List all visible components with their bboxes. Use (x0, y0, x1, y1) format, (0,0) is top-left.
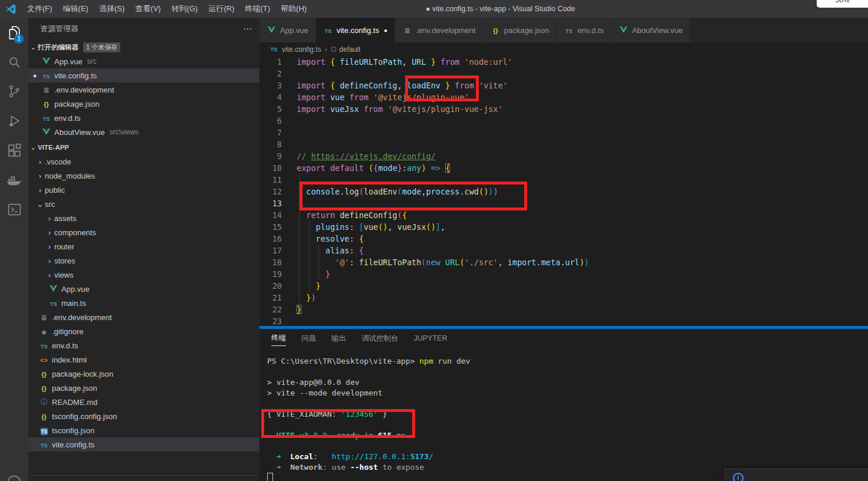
open-editor-item[interactable]: TSenv.d.ts (28, 111, 259, 125)
account-icon[interactable] (6, 475, 22, 481)
menu-item-E[interactable]: 编辑(E) (58, 4, 94, 13)
tree-folder-public[interactable]: ›public (28, 183, 259, 197)
terminal-token: > vite-app@0.0.0 dev (267, 378, 360, 387)
tab-App.vue[interactable]: App.vue (259, 18, 316, 42)
line-number: 4 (259, 91, 282, 103)
tab-env.d.ts[interactable]: TSenv.d.ts (557, 18, 611, 42)
code-token: { (330, 81, 335, 90)
menu-item-V[interactable]: 查看(V) (130, 4, 166, 13)
line-number: 17 (259, 245, 282, 256)
tab-package.json[interactable]: {}package.json (484, 18, 557, 42)
extensions-icon[interactable] (0, 136, 28, 165)
terminal-token: : (313, 452, 331, 461)
menu-item-H[interactable]: 帮助(H) (275, 4, 312, 13)
menu-item-S[interactable]: 选择(S) (94, 4, 130, 13)
line-number: 18 (259, 256, 282, 268)
env-file-icon: ≣ (402, 26, 412, 35)
menu-item-R[interactable]: 运行(R) (203, 4, 239, 13)
terminal-line (267, 367, 868, 377)
tree-folder-assets[interactable]: ›assets (28, 211, 259, 225)
tree-file-tsconfig.json[interactable]: TStsconfig.json (28, 423, 259, 437)
tree-file-.gitignore[interactable]: ◆.gitignore (28, 324, 259, 338)
tree-file-.env.development[interactable]: ≣.env.development (28, 310, 259, 324)
line-number: 7 (259, 127, 282, 139)
code-token: { (330, 57, 335, 67)
tree-folder-stores[interactable]: ›stores (28, 253, 259, 268)
tree-file-tsconfig.config.json[interactable]: {}tsconfig.config.json (28, 409, 259, 423)
code-line-content (282, 197, 297, 209)
line-number: 2 (259, 68, 282, 80)
tree-folder-src[interactable]: ⌄src (28, 197, 259, 211)
open-editor-item[interactable]: AboutView.vuesrc\views (28, 125, 259, 139)
tree-folder-node_modules[interactable]: ›node_modules (28, 169, 259, 183)
open-editor-item[interactable]: {}package.json (28, 97, 259, 111)
tree-folder-.vscode[interactable]: ›.vscode (28, 154, 259, 169)
panel-tab-JUPYTER[interactable]: JUPYTER (414, 334, 448, 345)
line-number: 11 (259, 174, 282, 186)
tree-file-README.md[interactable]: ⓘREADME.md (28, 395, 259, 409)
outline-section[interactable]: › 大纲 (28, 475, 259, 481)
project-root-header[interactable]: ⌄ VITE-APP (28, 140, 259, 154)
panel-tab-输出[interactable]: 输出 (331, 334, 346, 346)
code-token: } (326, 269, 330, 279)
code-line: 22} (259, 304, 868, 315)
code-token: import (297, 104, 326, 114)
code-token (436, 57, 440, 67)
tree-folder-views[interactable]: ›views (28, 268, 259, 282)
tree-file-index.html[interactable]: <>index.html (28, 352, 259, 367)
panel-tab-调试控制台[interactable]: 调试控制台 (361, 334, 399, 346)
editor-area: App.vueTSvite.config.ts●≣.env.developmen… (259, 18, 868, 481)
tree-file-main.ts[interactable]: TSmain.ts (28, 296, 259, 310)
source-control-icon[interactable] (0, 77, 28, 106)
tree-file-vite.config.ts[interactable]: TSvite.config.ts (28, 437, 259, 452)
code-token: ) (584, 258, 589, 267)
tree-file-env.d.ts[interactable]: TSenv.d.ts (28, 338, 259, 352)
tree-file-package.json[interactable]: {}package.json (28, 381, 259, 395)
menu-item-G[interactable]: 转到(G) (166, 4, 203, 13)
open-editor-item[interactable]: App.vuesrc (28, 54, 259, 68)
panel-tab-问题[interactable]: 问题 (301, 334, 316, 346)
tree-folder-components[interactable]: ›components (28, 225, 259, 239)
tab-AboutView.vue[interactable]: AboutView.vue (611, 18, 691, 42)
line-number: 15 (259, 221, 282, 233)
panel-tab-终端[interactable]: 终端 (271, 333, 286, 346)
tab-label: package.json (504, 26, 550, 35)
explorer-badge: 1 (14, 34, 24, 44)
menu-item-T[interactable]: 终端(T) (239, 4, 275, 13)
open-editor-item[interactable]: ≣.env.development (28, 83, 259, 97)
code-token: URL (407, 57, 431, 67)
tab-vite.config.ts[interactable]: TSvite.config.ts● (316, 18, 395, 42)
code-line-content: export default ({mode}:any) => { (282, 162, 450, 174)
tree-file-package-lock.json[interactable]: {}package-lock.json (28, 367, 259, 381)
tab-.env.development[interactable]: ≣.env.development (395, 18, 484, 42)
tree-file-App.vue[interactable]: App.vue (28, 282, 259, 296)
code-editor[interactable]: 1import { fileURLToPath, URL } from 'nod… (259, 56, 868, 326)
docker-icon[interactable] (0, 165, 28, 195)
code-token: : (349, 222, 359, 232)
terminal[interactable]: PS C:\Users\TR\Desktop\vite-app> npm run… (259, 350, 868, 473)
open-editor-label: env.d.ts (54, 114, 81, 123)
more-actions-icon[interactable]: ⋯ (243, 24, 252, 34)
open-editors-header[interactable]: ⌄ 打开的编辑器 1 个未保存 (28, 40, 259, 54)
run-debug-icon[interactable] (0, 106, 28, 136)
open-editor-item[interactable]: ●TSvite.config.ts (28, 68, 259, 83)
code-token: : (402, 163, 407, 173)
notification-toast[interactable]: i (724, 469, 868, 481)
search-icon[interactable] (0, 47, 28, 77)
code-line: 7 (259, 127, 868, 139)
code-token: . (537, 258, 541, 267)
tree-folder-router[interactable]: ›router (28, 239, 259, 253)
explorer-icon[interactable]: 1 (0, 18, 28, 47)
remote-terminal-icon[interactable] (0, 195, 28, 224)
tab-label: .env.development (416, 26, 476, 35)
code-token: ( (459, 258, 464, 267)
menu-item-F[interactable]: 文件(F) (22, 4, 58, 13)
code-token: } (397, 163, 402, 173)
code-token: ( (369, 163, 373, 173)
tree-item-label: vite.config.ts (52, 440, 94, 449)
code-token: : (349, 258, 359, 267)
panel-tabs: 终端问题输出调试控制台JUPYTER (259, 329, 868, 350)
symbol-icon: ⬡ (331, 45, 337, 53)
breadcrumb[interactable]: TS vite.config.ts › ⬡ default (259, 42, 868, 56)
code-token (297, 187, 306, 196)
